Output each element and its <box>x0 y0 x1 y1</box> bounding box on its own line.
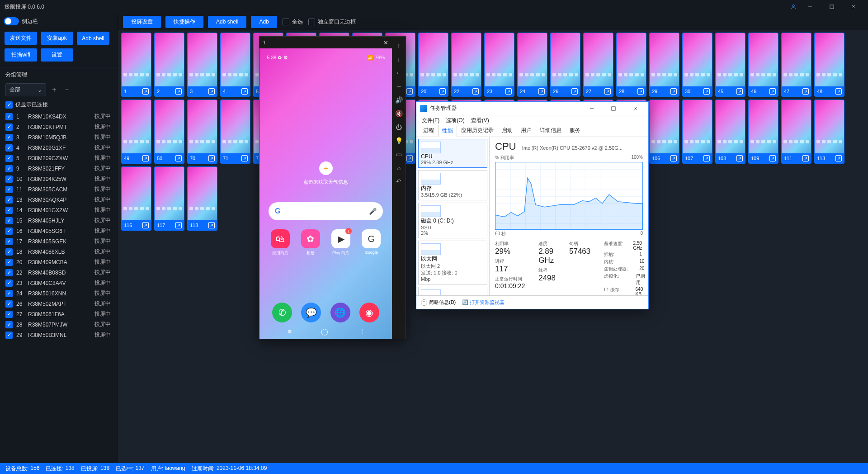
mirror-app[interactable]: 🛍应用商店 <box>271 229 290 256</box>
recent-apps-icon[interactable]: ▭ <box>396 151 402 158</box>
user-icon[interactable] <box>787 0 800 14</box>
expand-icon[interactable]: ↗ <box>406 155 413 161</box>
tm-close-icon[interactable] <box>626 102 645 115</box>
nav-recent-icon[interactable]: ≡ <box>288 328 291 336</box>
task-manager-window[interactable]: 任务管理器 文件(F)选项(O)查看(V) 进程性能应用历史记录启动用户详细信息… <box>416 101 649 309</box>
expand-icon[interactable]: ↗ <box>670 88 677 95</box>
expand-icon[interactable]: ↗ <box>835 88 842 95</box>
device-row[interactable]: ✓10R38M304K25W投屏中 <box>5 174 115 184</box>
device-thumb[interactable]: 117↗ <box>154 166 184 231</box>
nav-back-icon[interactable]: 〈 <box>358 328 364 336</box>
expand-icon[interactable]: ↗ <box>142 155 149 161</box>
device-row[interactable]: ✓16R38M405SG6T投屏中 <box>5 226 115 236</box>
device-thumb[interactable]: 48↗ <box>814 33 844 97</box>
expand-icon[interactable]: ↗ <box>571 88 578 95</box>
select-all-checkbox[interactable]: 全选 <box>283 18 303 26</box>
expand-icon[interactable]: ↗ <box>637 88 644 95</box>
device-row[interactable]: ✓24R38M5016XNN投屏中 <box>5 288 115 299</box>
expand-icon[interactable]: ↗ <box>241 155 248 161</box>
expand-icon[interactable]: ↗ <box>769 155 776 161</box>
tm-tab[interactable]: 用户 <box>517 124 536 137</box>
sidebar-button[interactable]: 设置 <box>41 48 73 62</box>
device-row[interactable]: ✓1R38M10KS4DX投屏中 <box>5 111 115 122</box>
device-checkbox[interactable]: ✓ <box>5 280 13 287</box>
device-checkbox[interactable]: ✓ <box>5 175 13 183</box>
device-checkbox[interactable]: ✓ <box>5 207 13 214</box>
bulb-icon[interactable]: 💡 <box>395 137 403 144</box>
device-thumb[interactable]: 26↗ <box>550 33 580 97</box>
device-thumb[interactable]: 24↗ <box>517 33 547 97</box>
mirror-app[interactable]: ✿相册 <box>301 229 320 256</box>
device-thumb[interactable]: 28↗ <box>616 33 646 97</box>
tm-menu[interactable]: 文件(F)选项(O)查看(V) <box>416 115 648 125</box>
expand-icon[interactable]: ↗ <box>835 155 842 161</box>
tm-perf-card[interactable]: 以太网以太网 2发送: 1.0 接收: 0 Mbp <box>418 241 487 284</box>
device-checkbox[interactable]: ✓ <box>5 311 13 318</box>
maximize-icon[interactable] <box>822 0 842 14</box>
device-checkbox[interactable]: ✓ <box>5 332 13 339</box>
mirror-window[interactable]: 1 ✕ 5:38 ✿ ⚙ 📶 76% ＋ 点击来获取天气信息 G 🎤 🛍应用商店… <box>259 36 406 339</box>
device-row[interactable]: ✓17R38M405SGEK投屏中 <box>5 236 115 246</box>
expand-icon[interactable]: ↗ <box>175 155 182 161</box>
add-group-icon[interactable]: ＋ <box>50 85 59 95</box>
device-thumb[interactable]: 3↗ <box>187 33 217 97</box>
tm-menu-item[interactable]: 查看(V) <box>468 116 492 125</box>
minimize-icon[interactable] <box>800 0 820 14</box>
device-checkbox[interactable]: ✓ <box>5 228 13 235</box>
expand-icon[interactable]: ↗ <box>208 88 215 95</box>
volume-icon[interactable]: 🔊 <box>395 96 403 104</box>
tm-tab[interactable]: 服务 <box>566 124 585 137</box>
close-icon[interactable] <box>844 0 863 14</box>
device-row[interactable]: ✓28R38M507PMJW投屏中 <box>5 319 115 330</box>
device-checkbox[interactable]: ✓ <box>5 248 13 256</box>
tm-left-panel[interactable]: CPU29% 2.89 GHz内存3.5/15.9 GB (22%)磁盘 0 (… <box>416 137 490 295</box>
tm-minimize-icon[interactable] <box>582 102 601 115</box>
arrow-up-icon[interactable]: ↑ <box>397 42 401 49</box>
tm-titlebar[interactable]: 任务管理器 <box>416 102 648 115</box>
sidebar-button[interactable]: Adb shell <box>77 32 109 45</box>
phone-app-icon[interactable]: ✆ <box>272 303 292 322</box>
weather-widget[interactable]: ＋ 点击来获取天气信息 <box>259 161 392 185</box>
device-thumb[interactable]: 2↗ <box>154 33 184 97</box>
mute-icon[interactable]: 🔇 <box>395 110 403 117</box>
device-thumb[interactable]: 106↗ <box>649 100 679 164</box>
arrow-down-icon[interactable]: ↓ <box>397 56 401 63</box>
expand-icon[interactable]: ↗ <box>208 222 215 228</box>
group-select[interactable]: 全部 ⌄ <box>5 83 46 96</box>
expand-icon[interactable]: ↗ <box>538 88 545 95</box>
device-thumb[interactable]: 71↗ <box>220 100 250 164</box>
mirror-close-icon[interactable]: ✕ <box>383 39 388 46</box>
device-row[interactable]: ✓29R38M50B3MNL投屏中 <box>5 330 115 340</box>
tm-tab[interactable]: 详细信息 <box>536 124 566 137</box>
back-icon[interactable]: ↶ <box>396 178 401 185</box>
device-thumb[interactable]: 70↗ <box>187 100 217 164</box>
expand-icon[interactable]: ↗ <box>670 155 677 161</box>
device-checkbox[interactable]: ✓ <box>5 238 13 245</box>
device-checkbox[interactable]: ✓ <box>5 290 13 297</box>
expand-icon[interactable]: ↗ <box>439 88 446 95</box>
toolbar-button[interactable]: 投屏设置 <box>123 16 161 28</box>
tm-perf-card[interactable]: CPU29% 2.89 GHz <box>418 139 487 168</box>
google-search-bar[interactable]: G 🎤 <box>269 202 383 220</box>
expand-icon[interactable]: ↗ <box>703 155 710 161</box>
device-row[interactable]: ✓4R38M209G1XF投屏中 <box>5 142 115 153</box>
device-checkbox[interactable]: ✓ <box>5 196 13 204</box>
sidebar-button[interactable]: 发送文件 <box>5 32 37 45</box>
device-thumb[interactable]: 20↗ <box>418 33 448 97</box>
mic-icon[interactable]: 🎤 <box>369 208 377 215</box>
device-row[interactable]: ✓5R38M209GZXW投屏中 <box>5 153 115 163</box>
expand-icon[interactable]: ↗ <box>241 88 248 95</box>
device-thumb[interactable]: 118↗ <box>187 166 217 231</box>
expand-icon[interactable]: ↗ <box>703 88 710 95</box>
camera-app-icon[interactable]: ◉ <box>359 303 379 322</box>
arrow-right-icon[interactable]: → <box>396 83 402 90</box>
device-row[interactable]: ✓18R38M4086XLB投屏中 <box>5 246 115 257</box>
device-thumb[interactable]: 29↗ <box>649 33 679 97</box>
expand-icon[interactable]: ↗ <box>142 88 149 95</box>
device-list[interactable]: ✓1R38M10KS4DX投屏中✓2R38M10KTPMT投屏中✓3R38M10… <box>0 111 117 463</box>
device-checkbox[interactable]: ✓ <box>5 321 13 328</box>
tm-less-info-link[interactable]: ⌃简略信息(D) <box>421 299 456 306</box>
mirror-app[interactable]: GGoogle <box>362 229 381 256</box>
toolbar-button[interactable]: Adb <box>251 16 277 28</box>
sidebar-button[interactable]: 扫描wifi <box>5 48 37 62</box>
